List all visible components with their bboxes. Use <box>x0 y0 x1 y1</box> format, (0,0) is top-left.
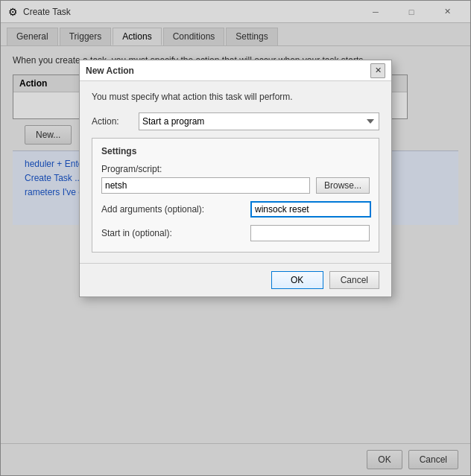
startin-row: Start in (optional): <box>101 225 370 241</box>
args-input[interactable] <box>250 201 371 218</box>
program-row: Browse... <box>101 177 370 194</box>
program-input[interactable] <box>101 177 310 194</box>
action-label: Action: <box>92 116 133 127</box>
modal-body: You must specify what action this task w… <box>80 81 391 263</box>
args-label: Add arguments (optional): <box>101 204 250 215</box>
modal-footer: OK Cancel <box>80 263 391 296</box>
action-select[interactable]: Start a program Send an e-mail Display a… <box>139 112 379 130</box>
browse-button[interactable]: Browse... <box>316 177 370 194</box>
settings-title: Settings <box>101 146 370 156</box>
modal-description: You must specify what action this task w… <box>92 92 379 102</box>
modal-title: New Action <box>86 66 134 76</box>
new-action-modal: New Action ✕ You must specify what actio… <box>79 60 392 297</box>
modal-close-button[interactable]: ✕ <box>370 63 385 78</box>
modal-title-bar: New Action ✕ <box>80 60 391 81</box>
args-row: Add arguments (optional): <box>101 201 370 218</box>
modal-ok-button[interactable]: OK <box>271 271 323 289</box>
settings-section: Settings Program/script: Browse... Add a… <box>92 138 379 253</box>
program-script-label: Program/script: <box>101 164 370 174</box>
startin-input[interactable] <box>250 225 370 241</box>
startin-label: Start in (optional): <box>101 228 250 238</box>
action-row: Action: Start a program Send an e-mail D… <box>92 112 379 130</box>
modal-cancel-button[interactable]: Cancel <box>329 271 379 289</box>
modal-overlay: New Action ✕ You must specify what actio… <box>0 0 471 476</box>
